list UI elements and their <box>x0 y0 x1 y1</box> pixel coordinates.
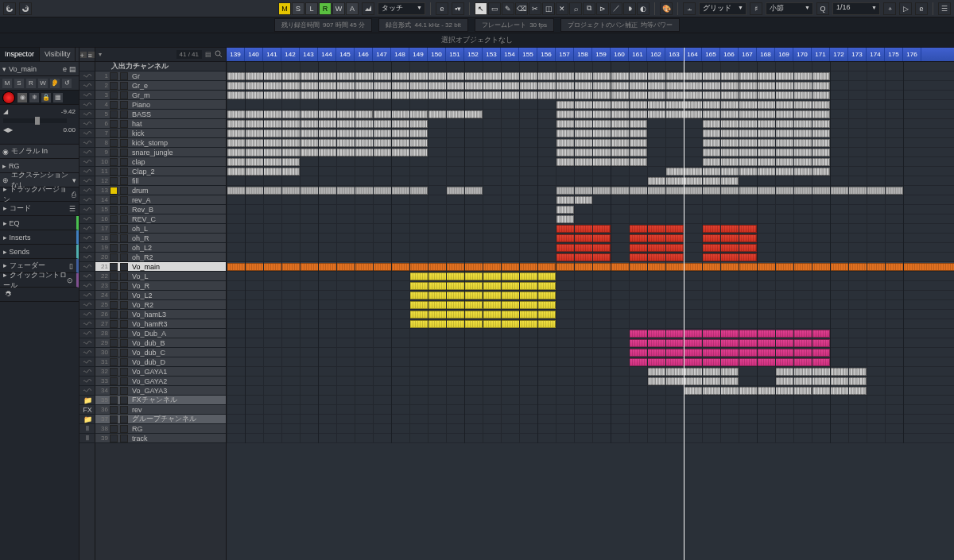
track-mute-button[interactable] <box>110 406 118 414</box>
track-mute-button[interactable] <box>110 129 118 137</box>
clip-lanes[interactable] <box>227 62 954 443</box>
arrange-view[interactable]: 1391401411421431441451461471481491501511… <box>227 48 954 560</box>
track-name-field[interactable]: ▾Vo_maine▤ <box>0 62 79 76</box>
ruler-bar[interactable]: 167 <box>739 48 757 61</box>
track-row[interactable]: 2Gr_e <box>95 81 226 91</box>
track-row[interactable]: 32Vo_GAYA1 <box>95 367 226 377</box>
track-row[interactable]: 28Vo_Dub_A <box>95 329 226 338</box>
section-quickcontrol[interactable]: ▸ クイックコントロール⊙ <box>0 273 79 288</box>
track-mute-button[interactable] <box>110 110 118 118</box>
track-mute-button[interactable] <box>110 387 118 395</box>
track-row[interactable]: 14rev_A <box>95 195 226 205</box>
track-name[interactable]: rev <box>130 406 226 414</box>
io-channels-header[interactable]: 入出力チャンネル <box>95 62 226 71</box>
r-button[interactable]: R <box>26 79 36 88</box>
track-solo-button[interactable] <box>120 206 128 214</box>
audio-clip[interactable] <box>227 149 428 156</box>
track-name[interactable]: Gr <box>130 72 226 80</box>
track-mute-button[interactable] <box>110 263 118 271</box>
audio-clip[interactable] <box>647 377 739 385</box>
ruler-bar[interactable]: 166 <box>720 48 739 61</box>
audio-clip[interactable] <box>647 368 739 376</box>
ruler-bar[interactable]: 154 <box>501 48 519 61</box>
track-name[interactable]: clap <box>130 158 226 166</box>
audio-clip[interactable] <box>556 206 574 214</box>
ruler-bar[interactable]: 169 <box>775 48 793 61</box>
track-mute-button[interactable] <box>110 377 118 385</box>
ruler-bar[interactable]: 157 <box>556 48 574 61</box>
ruler-bar[interactable]: 146 <box>355 48 373 61</box>
glue-tool-icon[interactable]: ◫ <box>542 2 555 15</box>
audio-clip[interactable] <box>647 177 739 185</box>
track-name[interactable]: rev_A <box>130 196 226 204</box>
audio-clip[interactable] <box>629 234 684 242</box>
ruler-bar[interactable]: 170 <box>793 48 812 61</box>
track-name[interactable]: Vo_GAYA3 <box>130 387 226 395</box>
range-tool-icon[interactable]: ▭ <box>488 2 501 15</box>
comp-tool-icon[interactable]: ⧉ <box>583 2 595 15</box>
track-solo-button[interactable] <box>120 358 128 366</box>
line-tool-icon[interactable]: ／ <box>610 2 622 15</box>
e2-button[interactable]: e <box>915 2 928 15</box>
track-solo-button[interactable] <box>120 101 128 109</box>
playhead[interactable] <box>684 48 684 560</box>
audio-clip[interactable] <box>702 149 830 156</box>
track-name[interactable]: kick <box>130 129 226 137</box>
color-picker-icon[interactable]: 🎨 <box>660 2 673 15</box>
audio-clip[interactable] <box>556 234 611 242</box>
automation-mode-select[interactable]: タッチ <box>378 2 425 15</box>
e-button[interactable]: e <box>436 2 448 15</box>
mute-tool-icon[interactable]: ✕ <box>556 2 568 15</box>
ruler-bar[interactable]: 171 <box>812 48 830 61</box>
track-name[interactable]: Piano <box>130 101 226 109</box>
track-mute-button[interactable] <box>110 177 118 185</box>
audio-clip[interactable] <box>702 244 757 252</box>
audio-clip[interactable] <box>556 253 611 261</box>
track-mute-button[interactable] <box>110 396 118 404</box>
track-mute-button[interactable] <box>110 158 118 166</box>
track-name[interactable]: Clap_2 <box>130 168 226 176</box>
track-solo-button[interactable] <box>120 434 128 442</box>
ruler-bar[interactable]: 143 <box>300 48 318 61</box>
bypass-icon[interactable]: ↺ <box>62 79 72 88</box>
track-row[interactable]: 7kick <box>95 129 226 138</box>
lock-icon[interactable]: 🔒 <box>41 93 51 102</box>
track-solo-button[interactable] <box>120 72 128 80</box>
track-solo-button[interactable] <box>120 244 128 252</box>
track-row[interactable]: 37グループチャンネル <box>95 415 226 424</box>
add-track-button[interactable]: +≡ <box>80 48 95 62</box>
ruler-bar[interactable]: 152 <box>464 48 483 61</box>
audio-clip[interactable] <box>227 120 428 128</box>
track-row[interactable]: 29Vo_dub_B <box>95 338 226 348</box>
track-name[interactable]: Vo_dub_C <box>130 349 226 357</box>
track-name[interactable]: drum <box>130 187 226 195</box>
monitor-icon[interactable]: ◉ <box>17 93 27 102</box>
iq-button[interactable]: ⍏ <box>883 2 896 15</box>
track-mute-button[interactable] <box>110 120 118 128</box>
audio-clip[interactable] <box>775 377 867 385</box>
mute-button[interactable]: M <box>278 2 291 15</box>
track-solo-button[interactable] <box>120 301 128 309</box>
ruler-bar[interactable]: 155 <box>519 48 537 61</box>
grid-select[interactable]: 小節 <box>766 2 813 15</box>
ruler-bar[interactable]: 162 <box>647 48 665 61</box>
track-solo-button[interactable] <box>120 282 128 290</box>
draw-tool-icon[interactable]: ✎ <box>502 2 514 15</box>
track-mute-button[interactable] <box>110 196 118 204</box>
track-name[interactable]: Vo_hamR3 <box>130 320 226 328</box>
audio-clip[interactable] <box>227 187 428 195</box>
gear-icon[interactable] <box>2 289 14 300</box>
audio-clip[interactable] <box>556 110 830 118</box>
lane-icon[interactable]: ▦ <box>53 93 63 102</box>
ruler-bar[interactable]: 144 <box>318 48 336 61</box>
play-tool-icon[interactable] <box>623 2 636 15</box>
track-solo-button[interactable] <box>120 82 128 90</box>
track-row[interactable]: 3Gr_m <box>95 91 226 100</box>
audio-clip[interactable] <box>373 110 428 118</box>
track-solo-button[interactable] <box>120 177 128 185</box>
track-mute-button[interactable] <box>110 349 118 357</box>
track-name[interactable]: Rev_B <box>130 206 226 214</box>
ruler-bar[interactable]: 147 <box>373 48 391 61</box>
track-solo-button[interactable] <box>120 110 128 118</box>
track-solo-button[interactable] <box>120 168 128 176</box>
